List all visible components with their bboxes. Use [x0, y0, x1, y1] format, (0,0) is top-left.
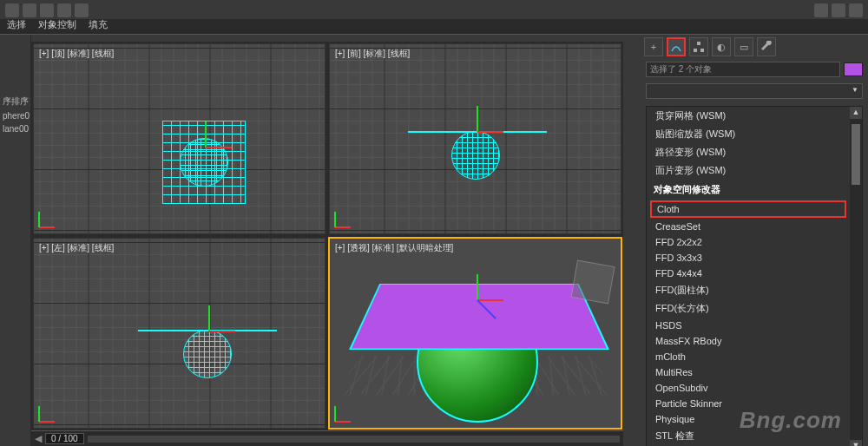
modifier-list[interactable]: 贯穿网格 (WSM) 贴图缩放器 (WSM) 路径变形 (WSM) 面片变形 (…: [647, 107, 850, 446]
axis-tripod: [335, 397, 361, 423]
axis-tripod: [335, 202, 361, 228]
modifier-item[interactable]: CreaseSet: [647, 219, 850, 234]
frame-counter[interactable]: 0 / 100: [45, 433, 84, 444]
tool-icon[interactable]: [57, 3, 71, 17]
modifier-item[interactable]: 贴图缩放器 (WSM): [647, 125, 850, 143]
viewports-grid: [+] [顶] [标准] [线框] [+] [前] [标准] [线框] [+] …: [31, 42, 623, 430]
select-label[interactable]: 选择: [7, 18, 26, 31]
viewport-label[interactable]: [+] [顶] [标准] [线框]: [39, 48, 114, 60]
transform-gizmo[interactable]: [451, 273, 503, 325]
tool-icon[interactable]: [5, 3, 19, 17]
hierarchy-tab[interactable]: [689, 37, 708, 56]
modifier-list-dropdown[interactable]: [646, 83, 863, 99]
modifier-item[interactable]: STL 检查: [647, 427, 850, 445]
modifier-dropdown-open: 贯穿网格 (WSM) 贴图缩放器 (WSM) 路径变形 (WSM) 面片变形 (…: [646, 106, 863, 446]
tool-icon[interactable]: [40, 3, 54, 17]
hierarchy-icon: [693, 41, 705, 53]
tool-icon[interactable]: [814, 3, 828, 17]
transform-gizmo[interactable]: [451, 105, 503, 157]
transform-gizmo[interactable]: [180, 121, 232, 173]
modifier-item[interactable]: 面片变形 (WSM): [647, 161, 850, 180]
utilities-tab[interactable]: [757, 37, 776, 56]
modifier-item[interactable]: mCloth: [647, 349, 850, 364]
modifier-item[interactable]: OpenSubdiv: [647, 380, 850, 396]
modifier-item-cloth[interactable]: Cloth: [650, 200, 846, 218]
modifier-item[interactable]: FFD 2x2x2: [647, 234, 850, 250]
timeline-track[interactable]: [88, 436, 620, 443]
timeline-prev-icon[interactable]: ◀: [35, 433, 42, 444]
command-panel-tabs: + ◐ ▭: [641, 35, 868, 59]
modifier-category-header: 对象空间修改器: [647, 180, 850, 200]
wrench-icon: [760, 41, 773, 53]
modifier-item[interactable]: FFD(长方体): [647, 299, 850, 318]
svg-rect-1: [694, 49, 697, 52]
create-tab[interactable]: +: [644, 37, 663, 56]
modify-icon: [670, 41, 682, 53]
viewport-perspective[interactable]: [+] [透视] [标准] [默认明暗处理]: [329, 238, 621, 429]
modifier-item[interactable]: Particle Skinner: [647, 396, 850, 411]
tool-icon[interactable]: [849, 3, 863, 17]
scroll-thumb[interactable]: [852, 124, 860, 185]
display-tab[interactable]: ▭: [734, 37, 753, 56]
modifier-item[interactable]: FFD(圆柱体): [647, 281, 850, 299]
viewport-top[interactable]: [+] [顶] [标准] [线框]: [33, 43, 326, 234]
object-color-swatch[interactable]: [844, 62, 863, 76]
viewport-grid: [34, 239, 325, 428]
modifier-item[interactable]: MultiRes: [647, 364, 850, 380]
fill-label[interactable]: 填充: [89, 18, 108, 31]
svg-rect-2: [700, 49, 704, 52]
selection-row: [641, 59, 868, 80]
modifier-item[interactable]: HSDS: [647, 318, 850, 333]
scroll-up-icon[interactable]: ▲: [850, 107, 862, 119]
scroll-down-icon[interactable]: ▼: [850, 440, 862, 446]
global-toolbar: [0, 2, 868, 19]
axis-tripod: [39, 397, 65, 423]
svg-rect-0: [697, 42, 700, 45]
viewport-label[interactable]: [+] [前] [标准] [线框]: [335, 48, 410, 60]
viewport-left[interactable]: [+] [左] [标准] [线框]: [33, 238, 326, 429]
tool-icon[interactable]: [23, 3, 36, 17]
object-control-label[interactable]: 对象控制: [38, 18, 76, 31]
modifier-item[interactable]: MassFX RBody: [647, 333, 850, 349]
tool-icon[interactable]: [832, 3, 845, 17]
command-panel: + ◐ ▭ 贯穿网格 (WSM) 贴图缩放器 (WSM) 路径变形 (WSM) …: [641, 35, 868, 446]
modifier-item[interactable]: FFD 3x3x3: [647, 250, 850, 266]
modifier-scrollbar[interactable]: ▲ ▼: [850, 107, 862, 446]
tool-icon[interactable]: [75, 3, 89, 17]
modifier-item[interactable]: FFD 4x4x4: [647, 266, 850, 281]
modifier-item[interactable]: 贯穿网格 (WSM): [647, 107, 850, 125]
modifier-item[interactable]: 路径变形 (WSM): [647, 143, 850, 161]
axis-tripod: [39, 202, 65, 228]
scene-item[interactable]: phere0: [0, 109, 30, 122]
viewport-label[interactable]: [+] [透视] [标准] [默认明暗处理]: [335, 242, 453, 254]
scene-explorer: 序排序） phere0 lane00: [0, 35, 31, 446]
viewcube[interactable]: [571, 260, 615, 305]
selection-name-input[interactable]: [646, 62, 840, 77]
modify-tab[interactable]: [667, 37, 686, 56]
motion-tab[interactable]: ◐: [712, 37, 731, 56]
transform-gizmo[interactable]: [183, 305, 235, 357]
modifier-item[interactable]: Physique: [647, 411, 850, 427]
scene-item[interactable]: lane00: [0, 122, 30, 135]
viewport-front[interactable]: [+] [前] [标准] [线框]: [329, 43, 621, 234]
timeline[interactable]: ◀ 0 / 100: [31, 430, 623, 446]
sort-header: 序排序）: [0, 94, 30, 109]
viewport-label[interactable]: [+] [左] [标准] [线框]: [39, 242, 114, 254]
